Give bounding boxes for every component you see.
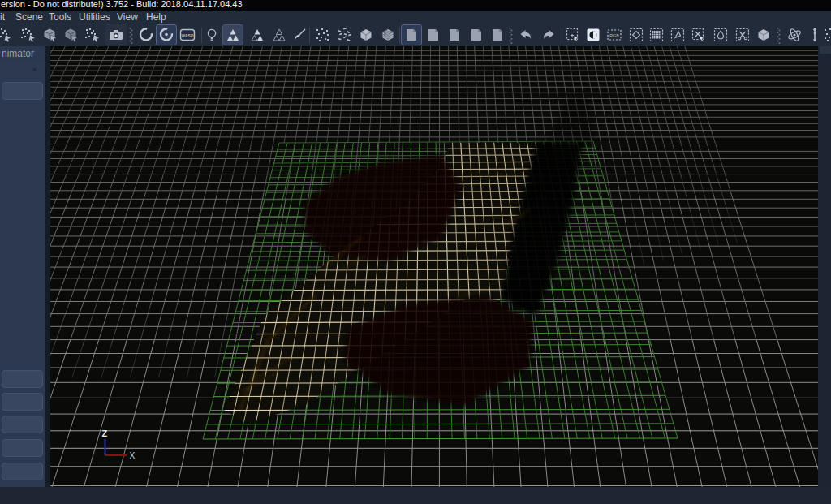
svg-text:RGB: RGB (609, 33, 619, 38)
svg-text:Z: Z (102, 429, 108, 438)
svg-text:WASD: WASD (182, 33, 194, 38)
svg-text:X: X (130, 451, 136, 460)
